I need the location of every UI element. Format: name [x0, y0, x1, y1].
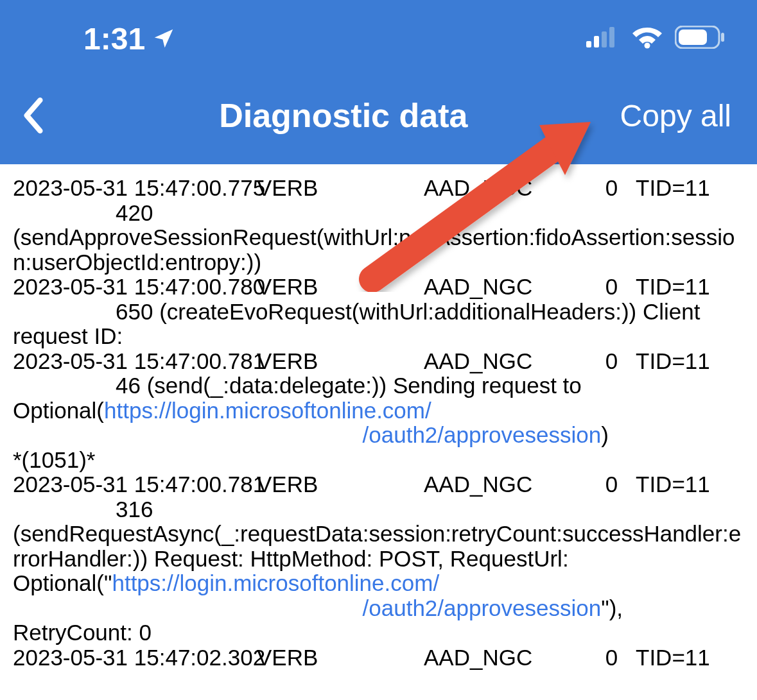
- log-gap: [13, 422, 363, 447]
- status-time: 1:31: [83, 21, 145, 56]
- log-message: 46 (send(_:data:delegate:)) Sending requ…: [13, 373, 744, 472]
- location-arrow-icon: [152, 26, 176, 51]
- log-zero: 0: [587, 645, 636, 670]
- log-category: AAD_NGC: [424, 472, 587, 497]
- wifi-icon: [631, 26, 663, 51]
- log-level: VERB: [257, 176, 424, 201]
- back-button[interactable]: [22, 98, 67, 133]
- log-time: 2023-05-31 15:47:00.775: [13, 176, 257, 201]
- log-url[interactable]: https://login.microsoftonline.com/: [112, 570, 439, 595]
- copy-all-button[interactable]: Copy all: [620, 98, 731, 133]
- log-entry: 2023-05-31 15:47:02.302 VERB AAD_NGC 0 T…: [13, 645, 744, 670]
- log-zero: 0: [587, 472, 636, 497]
- log-message: 420 (sendApproveSessionRequest(withUrl:n…: [13, 201, 744, 275]
- log-category: AAD_NGC: [424, 349, 587, 374]
- log-line-no: 650: [116, 299, 153, 324]
- svg-rect-1: [594, 36, 599, 47]
- log-time: 2023-05-31 15:47:00.781: [13, 472, 257, 497]
- log-gap: [13, 595, 363, 620]
- status-time-group: 1:31: [83, 21, 182, 56]
- svg-rect-7: [721, 33, 724, 42]
- log-line-no: 316: [116, 497, 153, 522]
- status-right-group: [586, 26, 725, 51]
- status-bar: 1:31: [0, 0, 757, 77]
- log-header-row: 2023-05-31 15:47:02.302 VERB AAD_NGC 0 T…: [13, 645, 744, 670]
- page-title: Diagnostic data: [67, 96, 620, 135]
- svg-point-4: [645, 43, 650, 49]
- log-level: VERB: [257, 275, 424, 300]
- log-entry: 2023-05-31 15:47:00.781 VERB AAD_NGC 0 T…: [13, 349, 744, 473]
- svg-rect-2: [602, 31, 607, 47]
- svg-rect-3: [609, 27, 614, 47]
- log-tid: TID=11: [636, 176, 710, 201]
- log-tid: TID=11: [636, 645, 710, 670]
- log-url[interactable]: /oauth2/approvesession: [363, 422, 602, 447]
- log-line-no: 46: [116, 373, 141, 398]
- log-text: ): [601, 422, 609, 447]
- log-time: 2023-05-31 15:47:00.780: [13, 275, 257, 300]
- log-message: 650 (createEvoRequest(withUrl:additional…: [13, 300, 744, 349]
- battery-icon: [675, 26, 725, 51]
- log-extra: *(1051)*: [13, 448, 744, 473]
- log-zero: 0: [587, 176, 636, 201]
- log-category: AAD_NGC: [424, 645, 587, 670]
- log-header-row: 2023-05-31 15:47:00.781 VERB AAD_NGC 0 T…: [13, 472, 744, 497]
- signal-icon: [586, 27, 620, 50]
- log-time: 2023-05-31 15:47:00.781: [13, 349, 257, 374]
- log-tid: TID=11: [636, 349, 710, 374]
- log-category: AAD_NGC: [424, 275, 587, 300]
- log-time: 2023-05-31 15:47:02.302: [13, 645, 257, 670]
- log-text: (sendApproveSessionRequest(withUrl:ngcAs…: [13, 225, 744, 275]
- log-tid: TID=11: [636, 472, 710, 497]
- log-message: 316 (sendRequestAsync(_:requestData:sess…: [13, 497, 744, 645]
- log-container[interactable]: 2023-05-31 15:47:00.775 VERB AAD_NGC 0 T…: [0, 164, 757, 670]
- log-text: (sendRequestAsync(_:requestData:session:…: [13, 522, 744, 645]
- log-url[interactable]: /oauth2/approvesession: [363, 595, 602, 620]
- log-entry: 2023-05-31 15:47:00.781 VERB AAD_NGC 0 T…: [13, 472, 744, 645]
- log-header-row: 2023-05-31 15:47:00.781 VERB AAD_NGC 0 T…: [13, 349, 744, 374]
- log-line-no: 420: [116, 200, 153, 225]
- log-level: VERB: [257, 645, 424, 670]
- nav-bar: Diagnostic data Copy all: [0, 77, 757, 164]
- log-level: VERB: [257, 349, 424, 374]
- log-category: AAD_NGC: [424, 176, 587, 201]
- log-header-row: 2023-05-31 15:47:00.775 VERB AAD_NGC 0 T…: [13, 176, 744, 201]
- chevron-left-icon: [22, 98, 44, 133]
- log-zero: 0: [587, 349, 636, 374]
- svg-rect-0: [586, 41, 591, 47]
- log-url[interactable]: https://login.microsoftonline.com/: [104, 398, 431, 423]
- log-entry: 2023-05-31 15:47:00.775 VERB AAD_NGC 0 T…: [13, 176, 744, 275]
- log-header-row: 2023-05-31 15:47:00.780 VERB AAD_NGC 0 T…: [13, 275, 744, 300]
- log-tid: TID=11: [636, 275, 710, 300]
- svg-rect-6: [679, 30, 707, 45]
- log-zero: 0: [587, 275, 636, 300]
- log-level: VERB: [257, 472, 424, 497]
- log-entry: 2023-05-31 15:47:00.780 VERB AAD_NGC 0 T…: [13, 275, 744, 349]
